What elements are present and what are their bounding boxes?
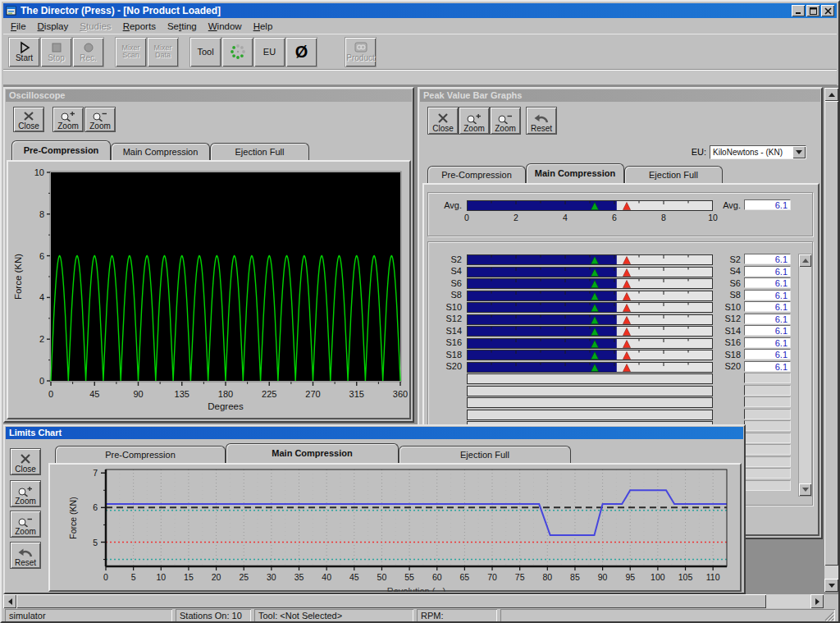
menu-item-display[interactable]: Display [32,20,75,33]
station-bar [467,409,713,419]
arrow-down-icon [802,488,809,492]
svg-text:135: 135 [175,389,189,399]
rec-button: Rec. [72,37,104,67]
svg-text:35: 35 [294,572,304,582]
scroll-up-button[interactable] [824,88,838,101]
menu-item-window[interactable]: Window [203,20,248,33]
station-value [744,396,791,407]
tool-button[interactable]: Tool [189,37,221,67]
limits-tab-ejection-full[interactable]: Ejection Full [399,446,571,463]
horizontal-scrollbar[interactable] [3,594,840,608]
scroll-left-button[interactable] [3,594,16,608]
station-bar [467,254,713,264]
scroll-right-button[interactable] [810,594,824,608]
oscilloscope-title: Oscilloscope [9,90,65,100]
station-bar [467,337,713,348]
osc-zoom-in-button[interactable]: Zoom [52,107,84,132]
svg-text:90: 90 [598,572,608,582]
eu-dropdown[interactable]: KiloNewtons - (KN) [710,145,806,159]
station-value [744,468,791,479]
station-value: 6.1 [744,266,791,277]
svg-text:45: 45 [349,572,359,582]
maximize-button[interactable] [806,5,819,16]
station-row-s16: S16S166.1 [427,337,791,348]
limits-zoom-in-button[interactable]: Zoom [10,480,41,507]
station-bar [467,266,713,277]
svg-text:5: 5 [93,538,98,547]
menu-item-reports[interactable]: Reports [117,20,162,33]
stations-scrollbar[interactable] [798,254,812,497]
station-value: 6.1 [744,314,791,324]
svg-text:85: 85 [570,572,580,582]
svg-text:20: 20 [212,572,221,582]
-button[interactable]: Ø [285,37,317,67]
limits-tab-main-compression[interactable]: Main Compression [226,443,399,463]
station-value [744,420,791,431]
main-toolbar: StartStopRec.MixerScanMixerDataToolEUØPr… [3,34,837,69]
scroll-down-button[interactable] [799,483,811,496]
eu-dropdown-arrow[interactable] [792,146,806,158]
vertical-scrollbar[interactable] [824,88,838,592]
svg-text:6: 6 [93,502,98,512]
svg-text:Revolution (...): Revolution (...) [387,586,446,592]
station-label-right: S14 [713,326,744,336]
peak-tab-main-compression[interactable]: Main Compression [526,163,624,183]
station-value: 6.1 [744,301,791,312]
mdi-area: Oscilloscope Close Zoom Zoom Pre-Compres… [3,85,840,594]
menu-item-setting[interactable]: Setting [162,20,203,33]
station-label: S10 [427,302,467,312]
svg-text:0: 0 [39,376,44,386]
scroll-up-button[interactable] [799,254,811,267]
svg-text:6: 6 [39,251,44,261]
menu-item-help[interactable]: Help [248,20,279,33]
menu-item-studies: Studies [74,20,116,33]
svg-text:90: 90 [133,389,143,399]
svg-text:105: 105 [678,572,693,582]
eu-button[interactable]: EU [253,37,285,67]
osc-tab-ejection-full[interactable]: Ejection Full [210,143,309,160]
avg-scale-tick: 4 [557,213,573,222]
limits-close-button[interactable]: Close [10,448,41,475]
resize-grip-icon [824,611,834,621]
osc-tab-main-compression[interactable]: Main Compression [111,143,210,160]
station-value [744,456,791,467]
avg-bar [467,199,713,210]
osc-tab-pre-compression[interactable]: Pre-Compression [11,140,111,160]
start-button[interactable]: Start [8,37,40,67]
scrollbar-thumb[interactable] [16,594,766,608]
status-filler [500,609,835,622]
station-row-s10: S10S106.1 [427,301,791,312]
station-value: 6.1 [744,277,791,288]
arrow-left-icon [8,598,12,605]
scrollbar-thumb[interactable] [824,101,838,566]
peak-tab-ejection-full[interactable]: Ejection Full [624,166,723,183]
mixer-data-button: MixerData [147,37,179,67]
station-label-right: S16 [713,337,744,347]
station-row-s18: S18S186.1 [427,349,791,360]
osc-close-button[interactable]: Close [13,107,44,132]
minimize-button[interactable] [792,5,805,16]
zoom-in-icon [466,112,482,124]
peak-reset-button[interactable]: Reset [526,107,557,135]
peak-tab-pre-compression[interactable]: Pre-Compression [427,166,526,183]
close-icon [22,112,35,121]
limits-zoom-out-button[interactable]: Zoom [10,511,41,538]
menu-item-file[interactable]: File [5,20,32,33]
peak-close-button[interactable]: Close [427,107,459,135]
svg-text:10: 10 [156,572,166,582]
svg-text:8: 8 [39,209,44,219]
peak-zoom-in-button[interactable]: Zoom [459,107,490,135]
peak-zoom-out-button[interactable]: Zoom [490,107,521,135]
limits-tab-pre-compression[interactable]: Pre-Compression [55,446,226,463]
limits-reset-button[interactable]: Reset [10,542,41,569]
close-button[interactable] [821,5,834,16]
scroll-down-button[interactable] [824,579,838,592]
station-label-right: S12 [713,314,744,323]
osc-zoom-out-button[interactable]: Zoom [84,107,116,132]
station-label-right: S6 [713,278,744,288]
zoom-in-icon [60,111,76,121]
product-button: Product [345,37,377,67]
scrollbar-track[interactable] [766,594,810,608]
stations-dots-button[interactable] [221,37,253,67]
oscilloscope-chart: 024681004590135180225270315360DegreesFor… [10,164,409,419]
